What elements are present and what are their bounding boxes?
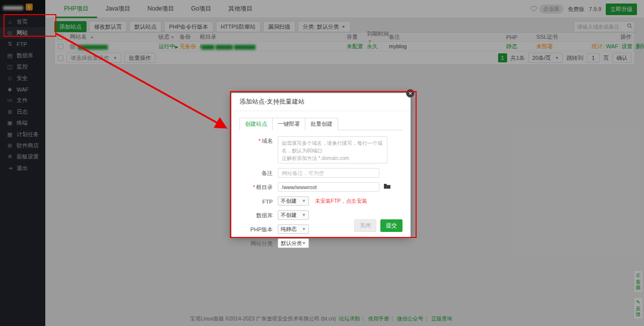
chevron-down-icon: ▼ — [302, 199, 306, 203]
php-version-select[interactable]: 纯静态 ▼ — [278, 224, 309, 234]
domain-textarea[interactable] — [278, 136, 387, 164]
modal-cancel-button[interactable]: 关闭 — [354, 219, 376, 232]
ftp-install-hint[interactable]: 未安装FTP，点击安装 — [315, 198, 367, 205]
chevron-down-icon: ▼ — [302, 213, 306, 217]
modal-tab-create-site[interactable]: 创建站点 — [239, 118, 273, 130]
php-version-label: PHP版本 — [242, 225, 273, 233]
modal-title: 添加站点-支持批量建站 — [231, 93, 411, 111]
site-category-select[interactable]: 默认分类 ▼ — [278, 238, 309, 248]
add-site-modal: ✕ 添加站点-支持批量建站 创建站点 一键部署 批量创建 *域名 备注 *根目录… — [231, 93, 411, 237]
modal-submit-button[interactable]: 提交 — [380, 219, 403, 232]
database-label: 数据库 — [242, 211, 273, 219]
database-select[interactable]: 不创建 ▼ — [278, 210, 309, 220]
remark-label: 备注 — [242, 169, 273, 177]
root-label: *根目录 — [242, 183, 273, 191]
chevron-down-icon: ▼ — [302, 241, 306, 246]
remark-input[interactable] — [278, 168, 379, 178]
modal-tab-one-click-deploy[interactable]: 一键部署 — [272, 118, 305, 130]
modal-tab-batch-create[interactable]: 批量创建 — [305, 118, 338, 130]
domain-label: *域名 — [242, 136, 273, 145]
modal-footer: 关闭 提交 — [354, 219, 403, 232]
ftp-label: FTP — [242, 198, 273, 205]
chevron-down-icon: ▼ — [302, 227, 306, 231]
folder-picker-icon folder-icon[interactable] — [383, 183, 391, 191]
modal-tabs: 创建站点 一键部署 批量创建 — [239, 117, 403, 130]
root-path-input[interactable] — [278, 182, 379, 192]
site-category-label: 网站分类 — [242, 239, 273, 248]
ftp-select[interactable]: 不创建 ▼ — [278, 196, 309, 206]
modal-close-button close-icon[interactable]: ✕ — [406, 89, 415, 98]
